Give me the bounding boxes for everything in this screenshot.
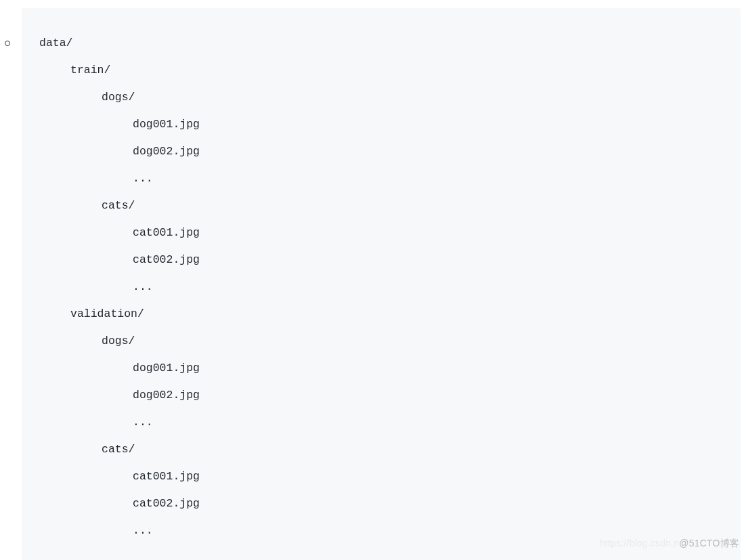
code-line: dog002.jpg	[39, 382, 723, 409]
code-line: data/	[39, 30, 723, 57]
code-line: ...	[39, 409, 723, 436]
code-line: dogs/	[39, 84, 723, 111]
code-line: cat001.jpg	[39, 219, 723, 246]
code-line: cats/	[39, 192, 723, 219]
list-item: data/train/dogs/dog001.jpgdog002.jpg...c…	[0, 8, 746, 560]
document-root: data/train/dogs/dog001.jpgdog002.jpg...c…	[0, 0, 746, 560]
code-line: dog001.jpg	[39, 355, 723, 382]
code-line: dog002.jpg	[39, 138, 723, 165]
code-line: dogs/	[39, 328, 723, 355]
code-line: ...	[39, 165, 723, 192]
bullet-icon	[5, 41, 10, 46]
code-line: dog001.jpg	[39, 111, 723, 138]
code-line: train/	[39, 57, 723, 84]
code-line: cat002.jpg	[39, 490, 723, 517]
watermark: https://blog.csdn.n@51CTO博客	[600, 538, 739, 550]
code-line: cat002.jpg	[39, 246, 723, 274]
code-line: cats/	[39, 436, 723, 463]
watermark-text: @51CTO博客	[679, 538, 739, 548]
watermark-url: https://blog.csdn.n	[600, 538, 679, 548]
code-block: data/train/dogs/dog001.jpgdog002.jpg...c…	[22, 8, 741, 560]
code-line: ...	[39, 274, 723, 301]
code-line: validation/	[39, 301, 723, 328]
code-line: cat001.jpg	[39, 463, 723, 490]
